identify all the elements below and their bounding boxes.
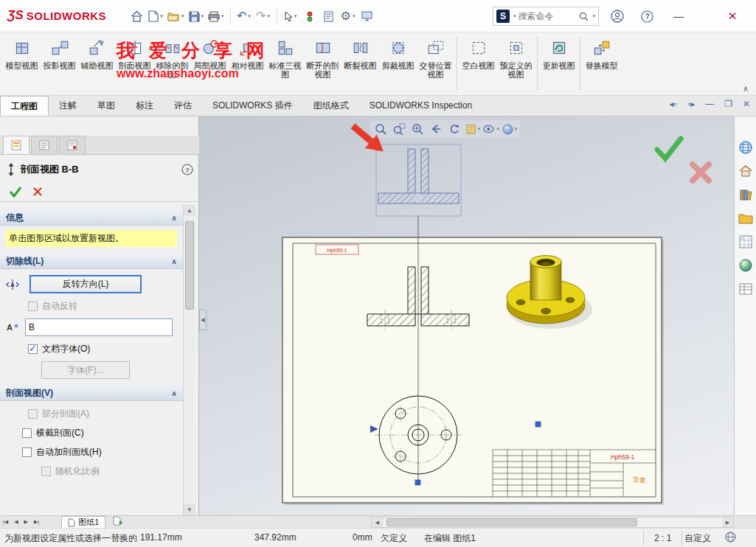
section-line-handle[interactable] <box>415 480 420 485</box>
detail-view-button[interactable]: 局部视图 <box>191 32 229 95</box>
resources-home-icon[interactable] <box>737 162 755 180</box>
graphics-area[interactable]: Hph59-1 <box>199 116 734 515</box>
panel-help-icon[interactable]: ? <box>181 164 193 175</box>
section-view-section-header[interactable]: 剖面视图(V) ∧ <box>0 385 183 401</box>
select-button[interactable]: ▾ <box>281 5 300 27</box>
feature-manager-tab[interactable] <box>31 136 58 154</box>
document-font-checkbox[interactable]: 文档字体(O) <box>28 343 183 355</box>
options-gear-button[interactable]: ⚙▾ <box>339 5 358 27</box>
redraw-icon[interactable] <box>446 121 462 137</box>
break-view-button[interactable]: 断裂视图 <box>341 32 379 95</box>
first-sheet-icon[interactable]: |◀ <box>0 519 11 525</box>
ok-check-button[interactable] <box>9 186 22 198</box>
tab-inspection[interactable]: SOLIDWORKS Inspection <box>359 96 482 116</box>
drawing-sheet[interactable]: Hph59-1 <box>282 237 664 505</box>
cut-line-section-header[interactable]: 切除线(L) ∧ <box>0 253 183 269</box>
doc-restore-button[interactable]: ❐ <box>724 99 732 109</box>
window-close-button[interactable]: ✕ <box>721 5 743 27</box>
removed-section-button[interactable]: 移除的剖面 <box>153 32 191 95</box>
horizontal-scrollbar[interactable]: ◀ ▶ <box>371 517 734 528</box>
info-section-header[interactable]: 信息 ∧ <box>0 209 183 226</box>
zoom-area-icon[interactable] <box>391 121 407 137</box>
standard-3-view-button[interactable]: 标准三视图 <box>266 32 304 95</box>
drawing-canvas[interactable]: Hph59-1 <box>199 116 734 515</box>
confirm-cancel-button[interactable] <box>687 159 714 188</box>
cross-section-checkbox[interactable]: 横截剖面(C) <box>22 427 183 439</box>
flip-direction-button[interactable]: 反转方向(L) <box>30 275 142 293</box>
sheet-properties-icon[interactable]: ▾ <box>465 121 481 137</box>
home-button[interactable] <box>127 5 146 27</box>
collapse-chevron-icon[interactable]: ∧ <box>171 389 177 397</box>
section-label-input[interactable] <box>25 318 173 336</box>
collapse-chevron-icon[interactable]: ∧ <box>171 214 177 222</box>
auto-flip-checkbox[interactable]: 自动反转 <box>28 300 183 313</box>
new-document-button[interactable]: ▾ <box>146 5 165 27</box>
solidworks-search-badge-icon[interactable]: S <box>496 10 510 23</box>
section-view-preview[interactable] <box>376 144 461 216</box>
section-line-handle[interactable] <box>535 422 541 427</box>
save-button[interactable]: ▾ <box>187 5 207 27</box>
open-document-button[interactable]: ▾ <box>165 5 187 27</box>
crop-view-button[interactable]: 剪裁视图 <box>379 32 417 95</box>
login-user-button[interactable] <box>606 5 628 27</box>
update-view-button[interactable]: 更新视图 <box>540 32 578 95</box>
collapse-chevron-icon[interactable]: ∧ <box>171 257 177 265</box>
next-sheet-icon[interactable]: ▶ <box>21 519 31 525</box>
command-search[interactable]: S ▾ ▾ <box>493 7 599 26</box>
cancel-x-button[interactable] <box>32 187 43 197</box>
search-input[interactable] <box>519 11 578 21</box>
projected-view-button[interactable]: 投影视图 <box>41 32 78 95</box>
panel-collapse-button[interactable]: ◀ <box>199 310 207 330</box>
relative-view-button[interactable]: 相对视图 <box>229 32 266 95</box>
previous-view-icon[interactable] <box>428 121 444 137</box>
display-settings-button[interactable] <box>358 5 377 27</box>
search-icon[interactable] <box>579 12 589 21</box>
tab-dimension[interactable]: 标注 <box>125 96 164 116</box>
auto-hatch-checkbox[interactable]: 自动加剖面线(H) <box>22 446 183 459</box>
status-globe-icon[interactable] <box>725 532 736 545</box>
tab-addins[interactable]: SOLIDWORKS 插件 <box>202 96 303 116</box>
view-palette-icon[interactable] <box>737 233 755 251</box>
sheet-scale-button[interactable]: 2 : 1 <box>643 531 682 546</box>
doc-next-icon[interactable]: ▫▸ <box>687 99 695 109</box>
scrollbar-thumb[interactable] <box>185 221 194 310</box>
scroll-left-icon[interactable]: ◀ <box>372 518 383 527</box>
auxiliary-view-button[interactable]: 辅助视图 <box>78 32 116 95</box>
font-button[interactable]: 字体(F)... <box>41 361 130 379</box>
zoom-in-out-icon[interactable] <box>409 121 426 137</box>
appearance-sphere-icon[interactable]: ▾ <box>502 121 518 137</box>
tab-drawing[interactable]: 工程图 <box>0 96 49 116</box>
scrollbar-thumb[interactable] <box>386 518 637 526</box>
web-globe-icon[interactable] <box>737 139 755 156</box>
doc-close-button[interactable]: ✕ <box>743 99 750 109</box>
file-properties-button[interactable] <box>319 5 339 27</box>
status-units[interactable]: 自定义 <box>684 532 711 545</box>
model-view-button[interactable]: 模型视图 <box>3 32 41 95</box>
design-library-icon[interactable] <box>737 186 755 203</box>
help-button[interactable]: ? <box>636 5 658 27</box>
undo-button[interactable]: ↶▾ <box>235 5 254 27</box>
tab-sketch[interactable]: 草图 <box>87 96 125 116</box>
empty-view-button[interactable]: 空白视图 <box>460 32 497 95</box>
tab-annotation[interactable]: 注解 <box>49 96 87 116</box>
section-view-button[interactable]: 剖面视图 <box>116 32 153 95</box>
confirm-ok-button[interactable] <box>653 134 684 166</box>
print-button[interactable]: ▾ <box>206 5 226 27</box>
prev-sheet-icon[interactable]: ◀ <box>11 519 21 525</box>
window-minimize-button[interactable]: — <box>667 5 690 27</box>
last-sheet-icon[interactable]: ▶| <box>31 519 42 525</box>
rebuild-button[interactable] <box>300 5 319 27</box>
redo-button[interactable]: ↷▾ <box>254 5 273 27</box>
randomize-scale-checkbox[interactable]: 随机化比例 <box>41 465 183 478</box>
tab-sheet-format[interactable]: 图纸格式 <box>303 96 359 116</box>
view-settings-eye-icon[interactable]: ▾ <box>483 121 499 137</box>
partial-section-checkbox[interactable]: 部分剖面(A) <box>28 408 183 420</box>
scroll-down-icon[interactable]: ▼ <box>184 504 195 515</box>
appearances-sphere-icon[interactable] <box>737 257 755 274</box>
doc-minimize-button[interactable]: — <box>705 99 714 109</box>
add-sheet-button[interactable] <box>113 516 123 528</box>
custom-properties-icon[interactable] <box>737 280 755 298</box>
tab-evaluate[interactable]: 评估 <box>164 96 202 116</box>
configuration-manager-tab[interactable] <box>59 136 86 154</box>
doc-prev-icon[interactable]: ◂▫ <box>670 99 677 109</box>
